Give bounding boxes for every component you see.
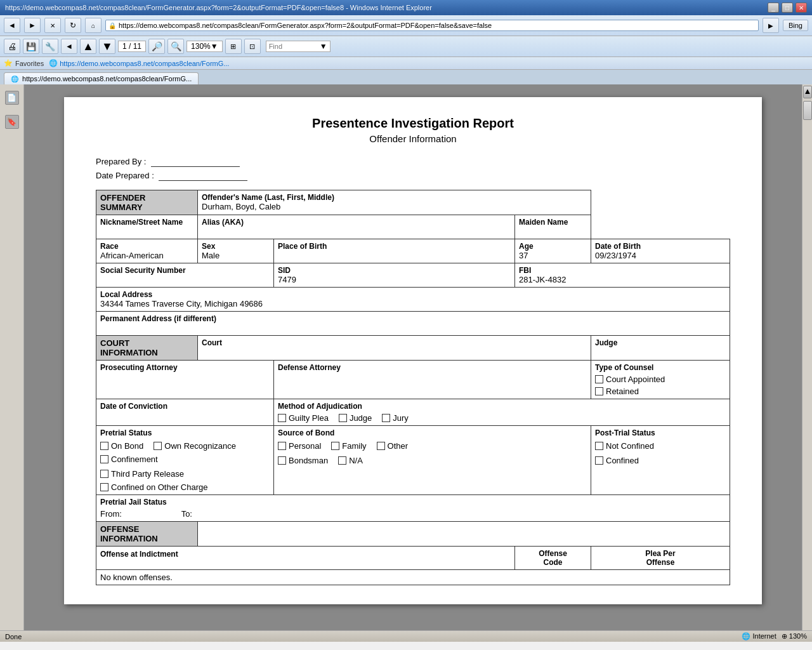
pretrial-jail-row: Pretrial Jail Status From: To: (96, 495, 730, 522)
source-of-bond-cell: Source of Bond Personal Family (274, 426, 591, 495)
dob-label: Date of Birth (595, 242, 726, 251)
personal-item: Personal (278, 441, 321, 451)
offense-at-indictment-label: Offense at Indictment (100, 550, 178, 559)
maximize-button[interactable]: □ (782, 3, 793, 13)
guilty-plea-item: Guilty Plea (278, 413, 329, 423)
guilty-plea-checkbox[interactable] (278, 414, 286, 422)
age-cell: Age 37 (515, 239, 591, 263)
not-confined-checkbox[interactable] (595, 442, 603, 450)
actual-size-button[interactable]: ⊡ (244, 39, 261, 54)
refresh-button[interactable]: ↻ (65, 18, 81, 33)
sex-cell: Sex Male (198, 239, 274, 263)
personal-checkbox[interactable] (278, 442, 286, 450)
document-title: Presentence Investigation Report (96, 116, 730, 131)
offender-summary-row: OFFENDER SUMMARY Offender's Name (Last, … (96, 190, 730, 215)
scroll-thumb[interactable] (803, 101, 812, 120)
third-party-checkbox[interactable] (100, 470, 108, 478)
alias-label: Alias (AKA) (202, 218, 511, 227)
court-label: Court (202, 338, 587, 347)
print-button[interactable]: 🖨 (4, 39, 20, 54)
confinement-checkbox[interactable] (100, 455, 108, 463)
na-checkbox[interactable] (338, 456, 346, 465)
pretrial-row: Pretrial Status On Bond Own Recognizance (96, 426, 730, 495)
stop-button[interactable]: ✕ (44, 18, 61, 33)
nickname-label: Nickname/Street Name (100, 218, 193, 227)
local-address-row: Local Address 34344 Tames Traverse City,… (96, 288, 730, 312)
confined-checkbox[interactable] (595, 456, 603, 465)
permanent-address-row: Permanent Address (if different) (96, 312, 730, 336)
sidebar-icon-2[interactable]: 🔖 (5, 115, 19, 129)
offense-info-content (198, 522, 730, 547)
fbi-cell: FBI 281-JK-4832 (515, 263, 730, 288)
fit-page-button[interactable]: ⊞ (225, 39, 242, 54)
conviction-cell: Date of Conviction (96, 399, 274, 426)
page-right-button[interactable]: ▲ (80, 39, 96, 54)
jury-checkbox[interactable] (382, 414, 390, 422)
fbi-label: FBI (519, 266, 726, 275)
conviction-row: Date of Conviction Method of Adjudicatio… (96, 399, 730, 426)
bing-search[interactable]: Bing (783, 20, 808, 31)
right-scrollbar[interactable]: ▲ (802, 84, 812, 630)
pdf-page: Presentence Investigation Report Offende… (64, 97, 762, 604)
court-appointed-checkbox[interactable] (595, 375, 603, 383)
pretrial-status-label: Pretrial Status (100, 428, 270, 437)
judge-checkbox[interactable] (339, 414, 347, 422)
go-button[interactable]: ▶ (763, 18, 779, 33)
zoom-out-button[interactable]: 🔎 (148, 39, 165, 54)
status-bar: Done 🌐 Internet ⊕ 130% (0, 630, 812, 642)
own-recognizance-checkbox[interactable] (154, 442, 162, 450)
race-label: Race (100, 242, 193, 251)
favorites-label: ⭐ Favorites (4, 59, 44, 67)
permanent-address-label: Permanent Address (if different) (100, 314, 726, 323)
local-address-cell: Local Address 34344 Tames Traverse City,… (96, 288, 730, 312)
find-bar[interactable]: ▼ (266, 41, 331, 52)
sex-value: Male (202, 251, 270, 260)
date-prepared-line: Date Prepared : (96, 171, 730, 181)
browser-title: https://demo.webcompas8.net/compas8clean… (5, 4, 432, 11)
tab-1[interactable]: 🌐 https://demo.webcompas8.net/compas8cle… (4, 72, 199, 84)
offense-info-row: OFFENSE INFORMATION (96, 522, 730, 547)
on-bond-checkbox[interactable] (100, 442, 108, 450)
home-button[interactable]: ⌂ (85, 18, 102, 33)
prosecuting-label: Prosecuting Attorney (100, 363, 270, 372)
page-down-button[interactable]: ▼ (99, 39, 115, 54)
family-checkbox[interactable] (331, 442, 339, 450)
date-prepared-field (159, 171, 247, 181)
offender-summary-header: OFFENDER SUMMARY (96, 190, 198, 215)
bondsman-checkbox[interactable] (278, 456, 286, 465)
fav1-link[interactable]: 🌐 https://demo.webcompas8.net/compas8cle… (49, 59, 229, 67)
scroll-up-button[interactable]: ▲ (803, 86, 812, 98)
type-counsel-label: Type of Counsel (595, 363, 726, 372)
prepared-section: Prepared By : Date Prepared : (96, 157, 730, 181)
type-counsel-cell: Type of Counsel Court Appointed Retained (591, 361, 730, 399)
navigation-toolbar: ◄ ► ✕ ↻ ⌂ 🔒 https://demo.webcompas8.net/… (0, 15, 812, 36)
forward-button[interactable]: ► (24, 18, 41, 33)
confined-other-checkbox[interactable] (100, 483, 108, 491)
demographics-row: Race African-American Sex Male Place of … (96, 239, 730, 263)
other-checkbox[interactable] (377, 442, 385, 450)
defense-cell: Defense Attorney (274, 361, 591, 399)
bondsman-item: Bondsman (278, 456, 328, 465)
zoom-level[interactable]: 130% ▼ (187, 41, 223, 52)
post-trial-status-cell: Post-Trial Status Not Confined Confined (591, 426, 730, 495)
page-left-button[interactable]: ◄ (61, 39, 77, 54)
address-bar[interactable]: 🔒 https://demo.webcompas8.net/compas8cle… (105, 20, 759, 31)
other-item: Other (377, 441, 409, 451)
zoom-in-button[interactable]: 🔍 (167, 39, 184, 54)
sidebar-icon-1[interactable]: 📄 (5, 91, 19, 105)
maiden-cell: Maiden Name (515, 215, 591, 239)
race-cell: Race African-American (96, 239, 198, 263)
age-label: Age (519, 242, 587, 251)
main-table: OFFENDER SUMMARY Offender's Name (Last, … (96, 190, 730, 585)
retained-checkbox[interactable] (595, 387, 603, 395)
pretrial-jail-label: Pretrial Jail Status (100, 498, 726, 507)
close-button[interactable]: ✕ (796, 3, 807, 13)
find-input[interactable] (269, 43, 320, 50)
save-button[interactable]: 💾 (23, 39, 39, 54)
minimize-button[interactable]: _ (768, 3, 779, 13)
names-row: Nickname/Street Name Alias (AKA) Maiden … (96, 215, 730, 239)
back-button[interactable]: ◄ (4, 18, 20, 33)
tools-button[interactable]: 🔧 (42, 39, 58, 54)
ssn-label: Social Security Number (100, 266, 270, 275)
not-confined-item: Not Confined (595, 441, 719, 451)
